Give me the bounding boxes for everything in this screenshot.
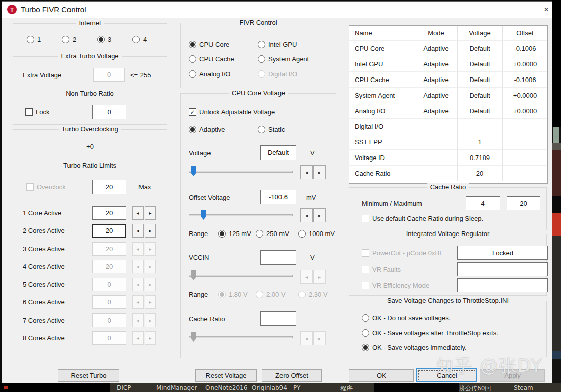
- fivr-radio-cpu-core[interactable]: CPU Core: [189, 41, 229, 48]
- radio-label: CPU Cache: [199, 55, 234, 63]
- reset-turbo-button[interactable]: Reset Turbo: [58, 369, 119, 382]
- internet-radio-2[interactable]: 2: [62, 36, 76, 43]
- radio-icon: [256, 230, 263, 238]
- reset-voltage-button[interactable]: Reset Voltage: [195, 369, 257, 382]
- spin-left-icon: ◂: [136, 228, 139, 233]
- fivr-radio-system-agent[interactable]: System Agent: [258, 55, 309, 63]
- core-row-label: 8 Cores Active: [23, 334, 65, 342]
- turbo-max-input[interactable]: 20: [92, 180, 126, 194]
- save-radio-after-exit[interactable]: OK - Save voltages after ThrottleStop ex…: [362, 329, 498, 337]
- desktop-label: Steam: [514, 384, 533, 391]
- checkbox-icon: [26, 183, 34, 191]
- offset-voltage-label: Offset Voltage: [189, 194, 230, 201]
- vr-faults-label: VR Faults: [372, 266, 401, 273]
- table-cell: Default: [458, 103, 503, 119]
- cache-ratio-max-input[interactable]: 20: [507, 196, 540, 210]
- offset-voltage-input[interactable]: -100.6: [260, 190, 296, 204]
- ok-button[interactable]: OK: [349, 369, 414, 382]
- radio-icon: [256, 291, 263, 298]
- table-cell: [503, 150, 547, 166]
- non-turbo-ratio-input[interactable]: 0: [92, 105, 126, 119]
- spin-left-button[interactable]: ◂: [300, 165, 313, 179]
- voltage-input[interactable]: Default: [260, 145, 296, 160]
- range-radio-125mv[interactable]: 125 mV: [218, 230, 251, 238]
- spin-left-button[interactable]: ◂: [132, 206, 144, 220]
- radio-label: OK - Save voltages immediately.: [372, 344, 467, 351]
- unlock-adjustable-voltage-checkbox[interactable]: ✓Unlock Adjustable Voltage: [189, 108, 275, 116]
- vr-faults-checkbox: VR Faults: [362, 266, 401, 273]
- vr-efficiency-label: VR Efficiency Mode: [372, 282, 429, 289]
- spin-right-button: ▸: [145, 295, 156, 309]
- core-row-label: 1 Core Active: [23, 209, 61, 217]
- sleep-cache-ratio-label: Use default Cache Ratio during Sleep.: [372, 215, 483, 222]
- spin-right-button[interactable]: ▸: [145, 206, 156, 220]
- cache-ratio-input[interactable]: [260, 311, 296, 326]
- adaptive-radio[interactable]: Adaptive: [189, 126, 225, 133]
- spin-right-button[interactable]: ▸: [313, 165, 326, 179]
- core-row-input[interactable]: 20: [92, 224, 126, 238]
- core-row-input[interactable]: 20: [92, 206, 126, 220]
- voltage-slider-track[interactable]: [189, 171, 293, 173]
- app-icon: T: [7, 5, 17, 14]
- spin-right-button: ▸: [145, 242, 156, 256]
- range-radio-250mv[interactable]: 250 mV: [256, 230, 289, 238]
- spin-left-button: ◂: [132, 331, 144, 345]
- range-radio-1000mv[interactable]: 1000 mV: [298, 230, 335, 238]
- table-cell: CPU Core: [349, 41, 414, 56]
- zero-offset-button[interactable]: Zero Offset: [262, 369, 322, 382]
- radio-icon: [258, 41, 265, 48]
- table-cell: [458, 119, 503, 134]
- fivr-control-title: FIVR Control: [236, 19, 280, 26]
- cache-ratio-label: Cache Ratio: [189, 315, 225, 323]
- cache-ratio-group-title: Cache Ratio: [427, 183, 469, 191]
- spin-left-button[interactable]: ◂: [300, 208, 313, 222]
- extra-voltage-input: 0: [93, 68, 125, 82]
- unlock-label: Unlock Adjustable Voltage: [199, 108, 275, 116]
- checkbox-check-icon: ✓: [189, 108, 196, 116]
- vccin-input[interactable]: [260, 250, 296, 265]
- internet-radio-1[interactable]: 1: [27, 36, 41, 43]
- fivr-radio-analog-io[interactable]: Analog I/O: [189, 70, 230, 78]
- close-icon[interactable]: ×: [541, 4, 552, 15]
- radio-label: CPU Core: [199, 41, 229, 48]
- table-cell: [414, 134, 458, 150]
- spin-right-icon: ▸: [149, 318, 151, 323]
- spin-right-button[interactable]: ▸: [313, 208, 326, 222]
- overclock-checkbox: Overclock: [26, 183, 66, 191]
- save-radio-immediately[interactable]: OK - Save voltages immediately.: [362, 344, 467, 351]
- lock-checkbox[interactable]: Lock: [25, 108, 49, 116]
- table-cell: [414, 166, 458, 181]
- radio-label: 2.30 V: [309, 291, 328, 298]
- core-row-input: 0: [92, 313, 126, 327]
- internet-radio-4[interactable]: 4: [132, 36, 147, 43]
- spin-left-button: ◂: [132, 260, 144, 273]
- spin-right-button: ▸: [313, 270, 326, 284]
- lock-label: Lock: [36, 108, 49, 116]
- table-cell: Default: [458, 41, 503, 56]
- save-radio-do-not-save[interactable]: OK - Do not save voltages.: [362, 314, 450, 322]
- powercut-checkbox: PowerCut - µCode 0xBE: [362, 249, 444, 257]
- radio-label: 2.00 V: [266, 291, 286, 298]
- spin-left-button[interactable]: ◂: [132, 224, 144, 238]
- static-radio[interactable]: Static: [258, 126, 285, 133]
- overclock-label: Overclock: [37, 183, 66, 191]
- core-row-label: 2 Cores Active: [23, 227, 65, 234]
- table-cell: Intel GPU: [349, 56, 414, 72]
- spin-left-button: ◂: [132, 278, 144, 291]
- table-cell: Cache Ratio: [349, 166, 414, 181]
- spin-left-button: ◂: [132, 242, 144, 256]
- sleep-cache-ratio-checkbox[interactable]: Use default Cache Ratio during Sleep.: [362, 215, 483, 222]
- desktop-fragment: [374, 383, 459, 392]
- fivr-radio-intel-gpu[interactable]: Intel GPU: [258, 41, 297, 48]
- cache-ratio-min-input[interactable]: 4: [466, 196, 500, 210]
- table-cell: [503, 119, 547, 134]
- desktop-fragment: [552, 213, 561, 236]
- table-cell: [414, 150, 458, 166]
- fivr-radio-cpu-cache[interactable]: CPU Cache: [189, 55, 234, 63]
- radio-icon: [362, 314, 369, 322]
- desktop-label: PY: [293, 384, 300, 391]
- fivr-radio-digital-io: Digital I/O: [258, 70, 297, 78]
- internet-radio-3[interactable]: 3: [97, 36, 111, 43]
- spin-right-button[interactable]: ▸: [145, 224, 156, 238]
- spin-left-icon: ◂: [136, 335, 139, 341]
